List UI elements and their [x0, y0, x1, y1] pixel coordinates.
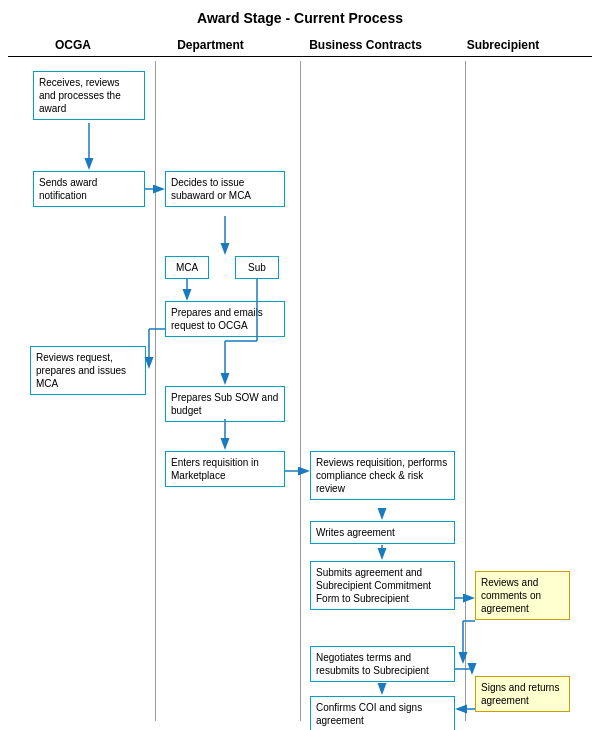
- box-submits-agreement: Submits agreement and Subrecipient Commi…: [310, 561, 455, 610]
- header-row: OCGA Department Business Contracts Subre…: [8, 34, 592, 57]
- box-confirms: Confirms COI and signs agreement: [310, 696, 455, 730]
- box-prepares-emails: Prepares and emails request to OCGA: [165, 301, 285, 337]
- page: Award Stage - Current Process OCGA Depar…: [0, 0, 600, 730]
- box-signs-returns: Signs and returns agreement: [475, 676, 570, 712]
- col-header-bc: Business Contracts: [283, 34, 448, 56]
- box-reviews-comments: Reviews and comments on agreement: [475, 571, 570, 620]
- col-header-sub: Subrecipient: [448, 34, 558, 56]
- box-receives: Receives, reviews and processes the awar…: [33, 71, 145, 120]
- box-reviews-req: Reviews requisition, performs compliance…: [310, 451, 455, 500]
- diagram-area: Receives, reviews and processes the awar…: [25, 61, 575, 721]
- divider-bc-sub: [465, 61, 466, 721]
- box-writes-agreement: Writes agreement: [310, 521, 455, 544]
- box-reviews-request: Reviews request, prepares and issues MCA: [30, 346, 146, 395]
- box-mca: MCA: [165, 256, 209, 279]
- box-sends-award: Sends award notification: [33, 171, 145, 207]
- divider-ocga-dept: [155, 61, 156, 721]
- box-negotiates: Negotiates terms and resubmits to Subrec…: [310, 646, 455, 682]
- col-header-ocga: OCGA: [8, 34, 138, 56]
- box-prepares-sow: Prepares Sub SOW and budget: [165, 386, 285, 422]
- page-title: Award Stage - Current Process: [8, 10, 592, 26]
- divider-dept-bc: [300, 61, 301, 721]
- box-enters-req: Enters requisition in Marketplace: [165, 451, 285, 487]
- box-decides: Decides to issue subaward or MCA: [165, 171, 285, 207]
- box-sub: Sub: [235, 256, 279, 279]
- col-header-dept: Department: [138, 34, 283, 56]
